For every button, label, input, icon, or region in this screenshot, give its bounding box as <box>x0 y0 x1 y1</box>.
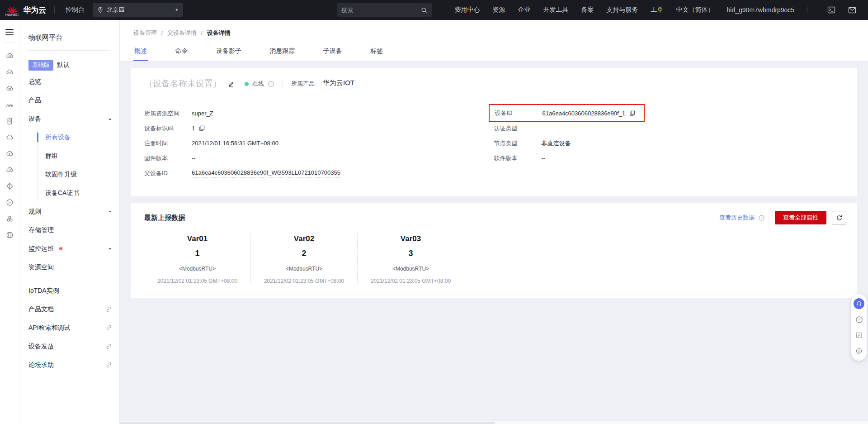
support-headset-icon[interactable] <box>854 298 864 309</box>
tab-message-trace[interactable]: 消息跟踪 <box>269 43 296 61</box>
chevron-down-icon: ▼ <box>175 8 179 12</box>
history-help-icon[interactable]: ? <box>758 214 765 221</box>
tab-device-shadow[interactable]: 设备影子 <box>215 43 242 61</box>
field-device-code: 设备标识码 1 <box>144 124 494 133</box>
product-link[interactable]: 华为云IOT <box>323 79 354 89</box>
nav-language[interactable]: 中文（简体） <box>676 6 714 14</box>
messages-icon[interactable] <box>848 7 856 14</box>
sidebar-item-device-ca[interactable]: 设备CA证书 <box>38 184 119 202</box>
account-name[interactable]: hid_g90m7wbmdrp9oc5 <box>727 6 794 14</box>
sidebar-item-product-docs[interactable]: 产品文档 <box>19 300 119 319</box>
cloud-server-icon[interactable] <box>3 80 16 96</box>
status-help-icon[interactable]: ? <box>268 81 274 87</box>
cloud-icon[interactable] <box>3 129 16 145</box>
region-label: 北京四 <box>107 6 124 14</box>
vertical-divider <box>283 80 283 88</box>
cli-terminal-icon[interactable] <box>827 6 835 14</box>
sidebar-dashed-divider <box>28 279 111 279</box>
cluster-icon[interactable] <box>3 210 16 227</box>
sidebar-item-overview[interactable]: 总览 <box>19 72 119 91</box>
help-icon[interactable]: ? <box>854 314 864 325</box>
location-pin-icon <box>97 7 104 13</box>
region-selector[interactable]: 北京四 ▼ <box>93 3 183 17</box>
sidebar-divider <box>28 50 110 51</box>
breadcrumb-current: 设备详情 <box>207 29 231 36</box>
edit-icon[interactable] <box>227 80 235 88</box>
globe-icon[interactable] <box>3 227 16 243</box>
field-label: 节点类型 <box>494 139 542 148</box>
parent-device-id-link[interactable]: 61a6ea4c603606028836e90f_WG593LL07210107… <box>192 169 340 177</box>
field-software-version: 软件版本 -- <box>494 154 844 162</box>
content-area: （设备名称未设置） 在线 ? 所属产品 华为云IOT 所属资源空间 super_… <box>120 62 868 304</box>
sidebar-item-products[interactable]: 产品 <box>19 91 119 110</box>
icon-rail: IP <box>0 20 19 424</box>
refresh-button[interactable] <box>832 211 846 224</box>
tab-overview[interactable]: 概述 <box>133 43 148 61</box>
chevron-down-icon: ▼ <box>108 247 112 251</box>
property-name: Var02 <box>255 234 354 243</box>
nav-billing[interactable]: 费用中心 <box>455 6 480 14</box>
sidebar: 物联网平台 基础版 默认 总览 产品 设备 ▲ 所有设备 群组 软固件升级 设备… <box>19 20 120 424</box>
sidebar-item-groups[interactable]: 群组 <box>38 147 119 165</box>
notification-dot <box>59 247 62 250</box>
device-cloud-icon[interactable] <box>3 113 16 129</box>
nav-icp[interactable]: 备案 <box>581 6 594 14</box>
ip-address-icon[interactable]: IP <box>3 194 16 210</box>
search-icon[interactable] <box>421 7 427 14</box>
tab-tags[interactable]: 标签 <box>369 43 384 61</box>
search-input[interactable] <box>341 7 421 14</box>
huawei-logo[interactable]: HUAWEI <box>5 4 19 16</box>
survey-smiley-icon[interactable] <box>854 346 864 357</box>
edition-name: 默认 <box>57 61 70 69</box>
property-service: <ModbusRTU> <box>255 266 354 272</box>
tab-commands[interactable]: 命令 <box>174 43 189 61</box>
cloud-more-icon[interactable] <box>3 64 16 80</box>
nav-enterprise[interactable]: 企业 <box>518 6 531 14</box>
sidebar-item-monitoring[interactable]: 监控运维 ▼ <box>19 239 119 258</box>
nav-support[interactable]: 支持与服务 <box>607 6 638 14</box>
sidebar-item-all-devices[interactable]: 所有设备 <box>38 128 119 147</box>
brand-name: 华为云 <box>23 5 46 15</box>
cloud-upload-icon[interactable] <box>3 145 16 162</box>
sidebar-item-firmware-upgrade[interactable]: 软固件升级 <box>38 165 119 184</box>
sidebar-item-device-provisioning[interactable]: 设备发放 <box>19 337 119 356</box>
sidebar-item-api-explorer[interactable]: API检索和调试 <box>19 319 119 337</box>
external-link-icon <box>105 306 112 313</box>
property-list: Var01 1 <ModbusRTU> 2021/12/02 01:23:05 … <box>144 233 846 284</box>
property-card-var03[interactable]: Var03 3 <ModbusRTU> 2021/12/02 01:23:05 … <box>358 233 464 284</box>
console-link[interactable]: 控制台 <box>66 6 85 14</box>
sidebar-item-forum-help[interactable]: 论坛求助 <box>19 356 119 374</box>
tab-child-devices[interactable]: 子设备 <box>322 43 343 61</box>
sidebar-item-label: 资源空间 <box>28 263 54 272</box>
cloud-monitor-icon[interactable] <box>3 162 16 178</box>
view-history-link[interactable]: 查看历史数据 <box>719 214 755 222</box>
sidebar-item-resource-space[interactable]: 资源空间 <box>19 258 119 276</box>
property-value: 1 <box>148 249 247 258</box>
field-node-type: 节点类型 非直连设备 <box>494 139 844 148</box>
property-name: Var01 <box>148 234 247 243</box>
property-card-var02[interactable]: Var02 2 <ModbusRTU> 2021/12/02 01:23:05 … <box>251 233 358 284</box>
property-card-var01[interactable]: Var01 1 <ModbusRTU> 2021/12/02 01:23:05 … <box>144 233 251 284</box>
horizontal-scrollbar[interactable] <box>19 421 868 424</box>
sidebar-item-iotda-instance[interactable]: IoTDA实例 <box>19 281 119 300</box>
sidebar-item-rules[interactable]: 规则 ▼ <box>19 202 119 221</box>
nav-devtools[interactable]: 开发工具 <box>543 6 569 14</box>
breadcrumb-device-management[interactable]: 设备管理 <box>133 29 157 36</box>
menu-icon[interactable] <box>5 27 14 37</box>
breadcrumb-parent-device[interactable]: 父设备详情 <box>167 29 197 36</box>
sidebar-item-devices[interactable]: 设备 ▲ <box>19 110 119 128</box>
nav-resources[interactable]: 资源 <box>493 6 505 14</box>
dashboard-cloud-icon[interactable] <box>3 48 16 64</box>
waveform-icon[interactable] <box>3 96 16 113</box>
property-service: <ModbusRTU> <box>148 266 247 272</box>
external-link-icon <box>105 324 112 331</box>
sidebar-item-storage[interactable]: 存储管理 <box>19 221 119 239</box>
field-label: 注册时间 <box>144 139 192 148</box>
copy-icon[interactable] <box>629 110 636 117</box>
nav-ticket[interactable]: 工单 <box>651 6 664 14</box>
copy-icon[interactable] <box>198 125 205 132</box>
svg-text:?: ? <box>270 82 272 86</box>
feedback-icon[interactable] <box>854 330 864 341</box>
view-all-properties-button[interactable]: 查看全部属性 <box>775 211 826 224</box>
rule-prism-icon[interactable] <box>3 178 16 194</box>
